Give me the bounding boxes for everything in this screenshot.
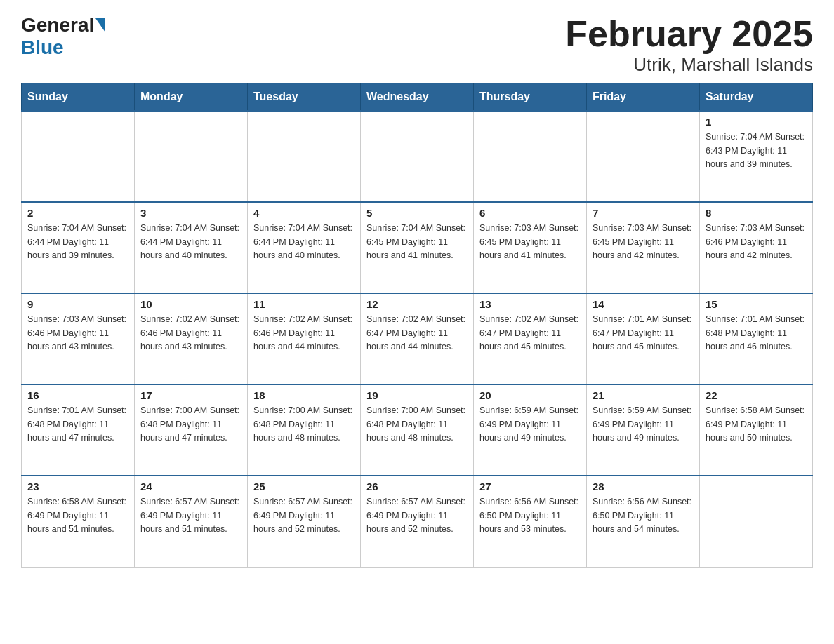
calendar-week-row: 16Sunrise: 7:01 AM Sunset: 6:48 PM Dayli… [22, 384, 813, 476]
day-info: Sunrise: 6:58 AM Sunset: 6:49 PM Dayligh… [706, 404, 807, 445]
day-number: 19 [366, 389, 468, 401]
calendar-header: SundayMondayTuesdayWednesdayThursdayFrid… [22, 83, 813, 112]
day-number: 15 [706, 298, 807, 310]
day-info: Sunrise: 6:56 AM Sunset: 6:50 PM Dayligh… [593, 495, 694, 536]
weekday-header-tuesday: Tuesday [248, 83, 361, 112]
day-info: Sunrise: 7:01 AM Sunset: 6:47 PM Dayligh… [593, 313, 694, 354]
day-number: 21 [593, 389, 694, 401]
calendar-cell: 28Sunrise: 6:56 AM Sunset: 6:50 PM Dayli… [587, 476, 700, 567]
calendar-cell: 17Sunrise: 7:00 AM Sunset: 6:48 PM Dayli… [135, 384, 248, 476]
calendar-cell: 24Sunrise: 6:57 AM Sunset: 6:49 PM Dayli… [135, 476, 248, 567]
day-number: 13 [479, 298, 581, 310]
calendar-cell: 1Sunrise: 7:04 AM Sunset: 6:43 PM Daylig… [700, 111, 813, 202]
calendar-cell: 6Sunrise: 7:03 AM Sunset: 6:45 PM Daylig… [474, 202, 587, 293]
calendar-cell: 3Sunrise: 7:04 AM Sunset: 6:44 PM Daylig… [135, 202, 248, 293]
day-info: Sunrise: 6:58 AM Sunset: 6:49 PM Dayligh… [27, 495, 128, 536]
day-number: 9 [27, 298, 128, 310]
calendar-cell: 15Sunrise: 7:01 AM Sunset: 6:48 PM Dayli… [700, 293, 813, 384]
weekday-header-monday: Monday [135, 83, 248, 112]
calendar-cell: 11Sunrise: 7:02 AM Sunset: 6:46 PM Dayli… [248, 293, 361, 384]
day-number: 4 [253, 207, 355, 219]
calendar-cell: 10Sunrise: 7:02 AM Sunset: 6:46 PM Dayli… [135, 293, 248, 384]
day-number: 10 [140, 298, 241, 310]
day-info: Sunrise: 6:57 AM Sunset: 6:49 PM Dayligh… [366, 495, 468, 536]
day-info: Sunrise: 7:01 AM Sunset: 6:48 PM Dayligh… [706, 313, 807, 354]
day-info: Sunrise: 7:02 AM Sunset: 6:47 PM Dayligh… [479, 313, 581, 354]
day-info: Sunrise: 7:04 AM Sunset: 6:44 PM Dayligh… [27, 222, 128, 262]
day-info: Sunrise: 6:57 AM Sunset: 6:49 PM Dayligh… [140, 495, 241, 536]
calendar-cell: 26Sunrise: 6:57 AM Sunset: 6:49 PM Dayli… [361, 476, 474, 567]
day-number: 1 [706, 116, 807, 128]
day-info: Sunrise: 7:03 AM Sunset: 6:45 PM Dayligh… [479, 222, 581, 262]
weekday-header-saturday: Saturday [700, 83, 813, 112]
day-info: Sunrise: 7:04 AM Sunset: 6:43 PM Dayligh… [706, 130, 807, 171]
calendar-cell: 25Sunrise: 6:57 AM Sunset: 6:49 PM Dayli… [248, 476, 361, 567]
day-info: Sunrise: 7:03 AM Sunset: 6:46 PM Dayligh… [706, 222, 807, 262]
calendar-cell: 20Sunrise: 6:59 AM Sunset: 6:49 PM Dayli… [474, 384, 587, 476]
weekday-header-friday: Friday [587, 83, 700, 112]
calendar-cell [135, 111, 248, 202]
day-number: 11 [253, 298, 355, 310]
day-number: 8 [706, 207, 807, 219]
calendar-title: February 2025 [565, 14, 813, 54]
calendar-cell: 13Sunrise: 7:02 AM Sunset: 6:47 PM Dayli… [474, 293, 587, 384]
day-info: Sunrise: 7:04 AM Sunset: 6:44 PM Dayligh… [140, 222, 241, 262]
calendar-week-row: 2Sunrise: 7:04 AM Sunset: 6:44 PM Daylig… [22, 202, 813, 293]
day-number: 7 [593, 207, 694, 219]
day-info: Sunrise: 6:57 AM Sunset: 6:49 PM Dayligh… [253, 495, 355, 536]
day-number: 14 [593, 298, 694, 310]
day-number: 26 [366, 481, 468, 492]
day-number: 25 [253, 481, 355, 492]
calendar-cell [474, 111, 587, 202]
day-info: Sunrise: 7:02 AM Sunset: 6:46 PM Dayligh… [253, 313, 355, 354]
calendar-cell: 27Sunrise: 6:56 AM Sunset: 6:50 PM Dayli… [474, 476, 587, 567]
calendar-cell [248, 111, 361, 202]
day-number: 6 [479, 207, 581, 219]
day-info: Sunrise: 7:02 AM Sunset: 6:47 PM Dayligh… [366, 313, 468, 354]
calendar-cell: 21Sunrise: 6:59 AM Sunset: 6:49 PM Dayli… [587, 384, 700, 476]
weekday-header-row: SundayMondayTuesdayWednesdayThursdayFrid… [22, 83, 813, 112]
weekday-header-thursday: Thursday [474, 83, 587, 112]
day-info: Sunrise: 7:03 AM Sunset: 6:46 PM Dayligh… [27, 313, 128, 354]
day-info: Sunrise: 7:00 AM Sunset: 6:48 PM Dayligh… [366, 404, 468, 445]
calendar-cell: 22Sunrise: 6:58 AM Sunset: 6:49 PM Dayli… [700, 384, 813, 476]
title-block: February 2025 Utrik, Marshall Islands [565, 14, 813, 76]
day-number: 2 [27, 207, 128, 219]
day-info: Sunrise: 6:56 AM Sunset: 6:50 PM Dayligh… [479, 495, 581, 536]
day-info: Sunrise: 7:03 AM Sunset: 6:45 PM Dayligh… [593, 222, 694, 262]
calendar-cell: 5Sunrise: 7:04 AM Sunset: 6:45 PM Daylig… [361, 202, 474, 293]
calendar-cell [700, 476, 813, 567]
calendar-cell: 23Sunrise: 6:58 AM Sunset: 6:49 PM Dayli… [22, 476, 135, 567]
calendar-cell: 9Sunrise: 7:03 AM Sunset: 6:46 PM Daylig… [22, 293, 135, 384]
weekday-header-sunday: Sunday [22, 83, 135, 112]
day-number: 27 [479, 481, 581, 492]
calendar-cell [22, 111, 135, 202]
calendar-cell: 18Sunrise: 7:00 AM Sunset: 6:48 PM Dayli… [248, 384, 361, 476]
day-info: Sunrise: 7:01 AM Sunset: 6:48 PM Dayligh… [27, 404, 128, 445]
calendar-cell: 8Sunrise: 7:03 AM Sunset: 6:46 PM Daylig… [700, 202, 813, 293]
calendar-cell: 19Sunrise: 7:00 AM Sunset: 6:48 PM Dayli… [361, 384, 474, 476]
day-info: Sunrise: 7:02 AM Sunset: 6:46 PM Dayligh… [140, 313, 241, 354]
calendar-body: 1Sunrise: 7:04 AM Sunset: 6:43 PM Daylig… [22, 111, 813, 567]
logo-triangle-icon [95, 18, 105, 32]
calendar-cell [361, 111, 474, 202]
day-number: 16 [27, 389, 128, 401]
day-number: 22 [706, 389, 807, 401]
calendar-cell: 16Sunrise: 7:01 AM Sunset: 6:48 PM Dayli… [22, 384, 135, 476]
day-info: Sunrise: 7:00 AM Sunset: 6:48 PM Dayligh… [253, 404, 355, 445]
calendar-cell: 4Sunrise: 7:04 AM Sunset: 6:44 PM Daylig… [248, 202, 361, 293]
calendar-week-row: 23Sunrise: 6:58 AM Sunset: 6:49 PM Dayli… [22, 476, 813, 567]
calendar-cell: 12Sunrise: 7:02 AM Sunset: 6:47 PM Dayli… [361, 293, 474, 384]
calendar-cell: 2Sunrise: 7:04 AM Sunset: 6:44 PM Daylig… [22, 202, 135, 293]
calendar-cell: 7Sunrise: 7:03 AM Sunset: 6:45 PM Daylig… [587, 202, 700, 293]
day-number: 20 [479, 389, 581, 401]
calendar-location: Utrik, Marshall Islands [565, 54, 813, 76]
day-number: 24 [140, 481, 241, 492]
weekday-header-wednesday: Wednesday [361, 83, 474, 112]
logo-blue-text: Blue [21, 36, 64, 58]
calendar-cell [587, 111, 700, 202]
calendar-week-row: 1Sunrise: 7:04 AM Sunset: 6:43 PM Daylig… [22, 111, 813, 202]
day-number: 12 [366, 298, 468, 310]
day-info: Sunrise: 7:04 AM Sunset: 6:44 PM Dayligh… [253, 222, 355, 262]
calendar-cell: 14Sunrise: 7:01 AM Sunset: 6:47 PM Dayli… [587, 293, 700, 384]
